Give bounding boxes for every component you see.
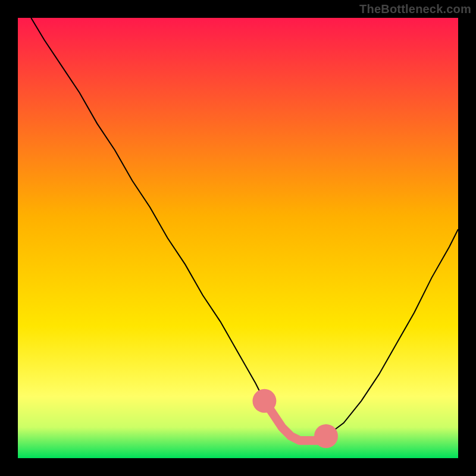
chart-svg — [18, 18, 458, 458]
gradient-background — [18, 18, 458, 458]
svg-point-1 — [314, 424, 338, 448]
watermark-text: TheBottleneck.com — [359, 2, 471, 16]
chart-container: TheBottleneck.com — [0, 0, 476, 476]
svg-point-0 — [252, 389, 276, 413]
plot-area — [18, 18, 458, 458]
